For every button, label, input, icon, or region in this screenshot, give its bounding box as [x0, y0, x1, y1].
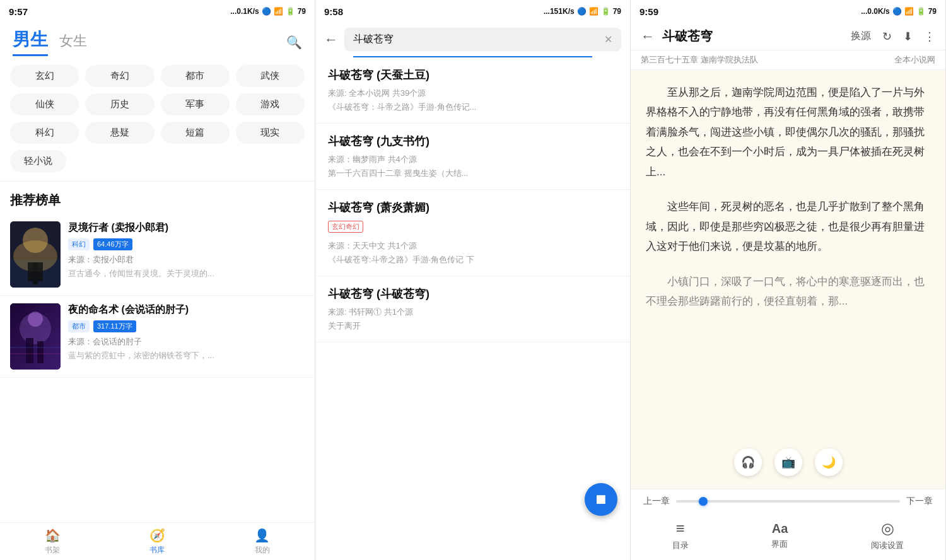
tag-genre-1: 科幻 [68, 238, 90, 250]
book-desc-1: 亘古通今，传闻世有灵境。关于灵境的... [68, 268, 305, 279]
genre-grid: 玄幻 奇幻 都市 武侠 仙侠 历史 军事 游戏 科幻 悬疑 短篇 现实 [0, 59, 315, 150]
reading-toolbar: ≡ 目录 Aa 界面 ◎ 阅读设置 [631, 513, 945, 560]
search-clear-icon[interactable]: ✕ [604, 33, 612, 45]
wifi-icon-2: 📶 [589, 7, 599, 16]
panel-search-results: 9:58 ...151K/s 🔵 📶 🔋 79 ← 斗破苍穹 ✕ 斗破苍穹 (天… [315, 0, 631, 560]
library-icon: 🧭 [149, 528, 165, 543]
p3-book-title: 斗破苍穹 [662, 28, 713, 45]
reading-content[interactable]: 至从那之后，迦南学院周边范围，便是陷入了一片与外界格格不入的宁静地带，再没有任何… [631, 70, 945, 489]
genre-tag-xuanhuan[interactable]: 玄幻 [10, 65, 79, 87]
float-moon-icon[interactable]: 🌙 [815, 448, 843, 476]
result-title-2: 斗破苍穹 (九支书竹) [328, 134, 617, 149]
status-icons-1: ...0.1K/s 🔵 📶 🔋 79 [230, 7, 306, 16]
search-result-1[interactable]: 斗破苍穹 (天蚕土豆) 来源: 全本小说网 共39个源 《斗破苍穹：斗帝之路》手… [315, 57, 630, 124]
search-query-text: 斗破苍穹 [353, 33, 394, 46]
genre-tag-xuanyi[interactable]: 悬疑 [85, 122, 154, 144]
more-btn[interactable]: ⋮ [924, 30, 935, 44]
bluetooth-icon-2: 🔵 [577, 7, 587, 16]
genre-tag-qingxiaoshuo[interactable]: 轻小说 [10, 150, 66, 172]
genre-tag-dushi[interactable]: 都市 [161, 65, 230, 87]
status-icons-2: ...151K/s 🔵 📶 🔋 79 [544, 7, 621, 16]
toolbar-settings[interactable]: ◎ 阅读设置 [871, 520, 904, 551]
tab-female[interactable]: 女生 [59, 32, 87, 50]
refresh-btn[interactable]: ↻ [882, 30, 892, 44]
book-list: 灵境行者 (卖报小郎君) 科幻 64.46万字 来源：卖报小郎君 亘古通今，传闻… [0, 214, 315, 522]
stop-fab[interactable]: ⏹ [585, 483, 617, 516]
genre-tag-xianxia[interactable]: 仙侠 [10, 93, 79, 115]
p1-header: 男生 女生 🔍 [0, 23, 315, 59]
nav-library-label: 书库 [149, 545, 165, 556]
search-icon[interactable]: 🔍 [286, 35, 302, 50]
back-button-2[interactable]: ← [324, 32, 338, 48]
genre-tag-junshi[interactable]: 军事 [161, 93, 230, 115]
panel-library-browse: 9:57 ...0.1K/s 🔵 📶 🔋 79 男生 女生 🔍 玄幻 奇幻 都市… [0, 0, 315, 560]
battery-icon-3: 🔋 [916, 7, 926, 16]
reading-progress-slider[interactable] [676, 500, 900, 503]
bookshelf-icon: 🏠 [45, 528, 61, 543]
battery-icon-2: 🔋 [601, 7, 610, 16]
book-item-2[interactable]: 夜的命名术 (会说话的肘子) 都市 317.11万字 来源：会说话的肘子 蓝与紫… [0, 296, 315, 378]
toc-icon: ≡ [676, 520, 685, 537]
genre-tag-lishi[interactable]: 历史 [85, 93, 154, 115]
nav-bookshelf[interactable]: 🏠 书架 [0, 523, 105, 560]
change-source-btn[interactable]: 换源 [851, 30, 871, 43]
p1-gender-tabs: 男生 女生 [13, 28, 87, 56]
prev-chapter-btn[interactable]: 上一章 [643, 496, 670, 507]
battery-val-3: 79 [928, 7, 937, 16]
genre-tag-youxi[interactable]: 游戏 [236, 93, 305, 115]
panel-reading: 9:59 ...0.0K/s 🔵 📶 🔋 79 ← 斗破苍穹 换源 ↻ ⬇ ⋮ … [631, 0, 946, 560]
tag-genre-2: 都市 [68, 320, 90, 332]
display-icon: Aa [772, 522, 788, 536]
status-time-3: 9:59 [639, 6, 658, 17]
status-bar-2: 9:58 ...151K/s 🔵 📶 🔋 79 [315, 0, 630, 23]
back-button-3[interactable]: ← [641, 28, 655, 45]
tab-male[interactable]: 男生 [13, 28, 48, 56]
profile-icon: 👤 [254, 528, 270, 543]
signal-text-3: ...0.0K/s [861, 7, 889, 16]
book-cover-2 [10, 303, 61, 370]
svg-rect-11 [37, 341, 44, 363]
battery-icon-1: 🔋 [286, 7, 295, 16]
result-source2-1: 《斗破苍穹：斗帝之路》手游·角色传记... [328, 102, 617, 113]
result-tag-xuanhuan: 玄幻奇幻 [328, 221, 363, 233]
nav-library[interactable]: 🧭 书库 [105, 523, 209, 560]
toolbar-display[interactable]: Aa 界面 [771, 522, 788, 550]
genre-tag-wuxia[interactable]: 武侠 [236, 65, 305, 87]
display-label: 界面 [771, 539, 788, 550]
nav-profile[interactable]: 👤 我的 [210, 523, 315, 560]
book-item-1[interactable]: 灵境行者 (卖报小郎君) 科幻 64.46万字 来源：卖报小郎君 亘古通今，传闻… [0, 214, 315, 296]
search-result-4[interactable]: 斗破苍穹 (斗破苍穹) 来源: 书轩网① 共1个源 关于离开 [315, 276, 630, 342]
slider-dot [699, 497, 708, 506]
next-chapter-btn[interactable]: 下一章 [906, 496, 933, 507]
book-tags-2: 都市 317.11万字 [68, 320, 305, 332]
result-source2-4: 关于离开 [328, 320, 617, 332]
genre-tag-kehuan[interactable]: 科幻 [10, 122, 79, 144]
genre-tag-xianshi[interactable]: 现实 [236, 122, 305, 144]
status-bar-1: 9:57 ...0.1K/s 🔵 📶 🔋 79 [0, 0, 315, 23]
book-cover-img-2 [10, 303, 61, 370]
search-result-3[interactable]: 斗破苍穹 (萧炎萧媚) 玄幻奇幻 来源：天天中文 共1个源 《斗破苍穹:斗帝之路… [315, 190, 630, 276]
bottom-nav-1: 🏠 书架 🧭 书库 👤 我的 [0, 522, 315, 560]
genre-tag-duanpian[interactable]: 短篇 [161, 122, 230, 144]
genre-tag-qihuan[interactable]: 奇幻 [85, 65, 154, 87]
float-screen-icon[interactable]: 📺 [774, 448, 802, 476]
wifi-icon-3: 📶 [904, 7, 914, 16]
download-btn[interactable]: ⬇ [903, 30, 913, 44]
result-source2-2: 第一千六百四十二章 摇曳生姿（大结... [328, 168, 617, 179]
p3-actions-area: 换源 ↻ ⬇ ⋮ [851, 30, 935, 44]
result-source2-3: 《斗破苍穹:斗帝之路》手游·角色传记 下 [328, 254, 617, 265]
divider-1 [0, 181, 315, 182]
reading-bottom-controls: 上一章 下一章 ≡ 目录 Aa 界面 ◎ 阅读设置 [631, 489, 945, 560]
wifi-icon-1: 📶 [274, 7, 283, 16]
search-result-2[interactable]: 斗破苍穹 (九支书竹) 来源：幽梦雨声 共4个源 第一千六百四十二章 摇曳生姿（… [315, 124, 630, 190]
battery-val-1: 79 [298, 7, 306, 16]
signal-text-1: ...0.1K/s [230, 7, 259, 16]
search-bar[interactable]: 斗破苍穹 ✕ [344, 28, 621, 51]
paragraph-1: 至从那之后，迦南学院周边范围，便是陷入了一片与外界格格不入的宁静地带，再没有任何… [646, 83, 930, 182]
svg-rect-6 [33, 262, 38, 284]
svg-rect-4 [28, 262, 33, 281]
toolbar-toc[interactable]: ≡ 目录 [672, 520, 689, 551]
float-headphone-icon[interactable]: 🎧 [734, 448, 762, 476]
toc-label: 目录 [672, 540, 689, 551]
book-cover-img-1 [10, 221, 61, 288]
